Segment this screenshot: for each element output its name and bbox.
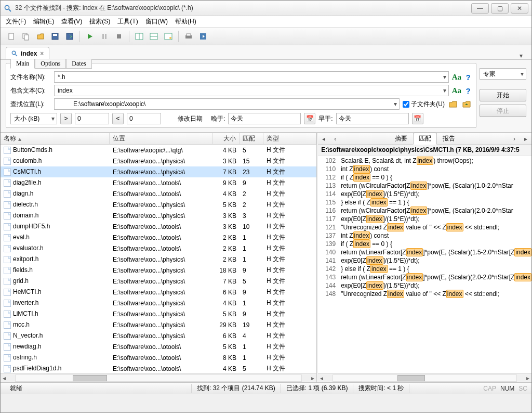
table-row[interactable]: dumpHDF5.hE:\software\xoo...\otools\3 KB…	[1, 221, 316, 232]
help-icon-2[interactable]: ?	[464, 86, 472, 95]
menu-window[interactable]: 窗口(W)	[145, 17, 168, 26]
case-sensitive-icon[interactable]: Aa	[452, 73, 461, 82]
layout3-icon[interactable]	[162, 30, 175, 43]
table-row[interactable]: N_vector.hE:\software\xoo...\physics\6 K…	[1, 330, 316, 341]
table-row[interactable]: eval.hE:\software\xoo...\otools\2 KB1H 文…	[1, 232, 316, 243]
code-line[interactable]: 110int Zindex) const	[318, 165, 531, 173]
minimize-button[interactable]: —	[471, 3, 489, 14]
new-icon[interactable]	[5, 30, 18, 43]
size-min-input[interactable]	[75, 113, 109, 124]
code-line[interactable]: 140 return (wLinearFactor[Zindex]*pow(E,…	[318, 248, 531, 256]
table-row[interactable]: LiMCTI.hE:\software\xoo...\physics\5 KB9…	[1, 308, 316, 319]
size-unit-combo[interactable]: 大小 (kB)▾	[10, 113, 57, 124]
col-type[interactable]: 类型	[263, 133, 316, 144]
play-icon[interactable]	[83, 30, 97, 43]
code-line[interactable]: 148 "Unrecognized Zindex value of " << Z…	[318, 290, 531, 298]
col-size[interactable]: 大小	[212, 133, 240, 144]
menu-help[interactable]: 帮助(H)	[175, 17, 196, 26]
tab-dropdown-icon[interactable]: ▾	[516, 52, 526, 59]
code-line[interactable]: 121 "Unrecognized Zindex value of " << Z…	[318, 223, 531, 231]
code-line[interactable]: 142} else if ( Zindex == 1 ) {	[318, 265, 531, 273]
table-row[interactable]: diag2file.hE:\software\xoo...\otools\9 K…	[1, 177, 316, 188]
save-icon[interactable]	[48, 30, 62, 43]
date-after-input[interactable]	[228, 113, 301, 124]
case-sensitive-icon-2[interactable]: Aa	[452, 86, 461, 95]
table-row[interactable]: diagn.hE:\software\xoo...\otools\4 KB2H …	[1, 188, 316, 199]
subtab-dates[interactable]: Dates	[66, 59, 91, 69]
table-row[interactable]: psdFieldDiag1d.hE:\software\xoo...\otool…	[1, 363, 316, 373]
close-button[interactable]: ✕	[511, 3, 528, 14]
preview-hscroll[interactable]: ◂▸	[318, 373, 531, 382]
expert-combo[interactable]: 专家▾	[480, 68, 526, 80]
right-tab-summary[interactable]: 摘要	[389, 133, 413, 145]
code-line[interactable]: 116 return (wCircularFactor[Zindex]*pow(…	[318, 206, 531, 215]
table-row[interactable]: HeMCTI.hE:\software\xoo...\physics\6 KB9…	[1, 287, 316, 298]
start-button[interactable]: 开始	[480, 89, 526, 101]
nav-first-icon[interactable]: ◂	[318, 135, 329, 143]
table-row[interactable]: evaluator.hE:\software\xoo...\otools\2 K…	[1, 243, 316, 254]
browse-folder-up-icon[interactable]	[461, 99, 472, 109]
calendar-icon[interactable]: 📅	[304, 113, 315, 124]
code-line[interactable]: 102Scalar& E, Scalar& dt, int Zindex) th…	[318, 157, 531, 165]
table-row[interactable]: exitport.hE:\software\xoo...\physics\2 K…	[1, 254, 316, 265]
code-line[interactable]: 139if ( Zindex == 0 ) {	[318, 240, 531, 248]
export-icon[interactable]	[63, 30, 76, 43]
table-row[interactable]: coulomb.hE:\software\xoo...\physics\3 KB…	[1, 156, 316, 166]
table-row[interactable]: inverter.hE:\software\xoo...\physics\4 K…	[1, 298, 316, 308]
table-row[interactable]: domain.hE:\software\xoo...\physics\3 KB3…	[1, 210, 316, 221]
menu-search[interactable]: 搜索(S)	[89, 17, 110, 26]
size-max-input[interactable]	[127, 113, 161, 124]
search-tab[interactable]: index ×	[6, 47, 49, 59]
right-tab-report[interactable]: 报告	[437, 133, 461, 145]
nav-prev-icon[interactable]: ‹	[329, 135, 341, 143]
right-tab-matches[interactable]: 匹配	[413, 133, 437, 145]
table-row[interactable]: ButtonCmds.hE:\software\xoopic\...\qtg\4…	[1, 145, 316, 156]
browse-folder-icon[interactable]	[448, 99, 458, 109]
calendar-icon-2[interactable]: 📅	[412, 113, 423, 124]
menu-tools[interactable]: 工具(T)	[117, 17, 138, 26]
size-greater-button[interactable]: >	[60, 113, 72, 124]
pause-icon[interactable]	[98, 30, 111, 43]
code-line[interactable]: 117 exp(E0[Zindex]/(1.5*E))*dt);	[318, 215, 531, 223]
preview-code[interactable]: 102Scalar& E, Scalar& dt, int Zindex) th…	[318, 156, 531, 373]
stop-button[interactable]: 停止	[480, 105, 526, 117]
filename-input[interactable]: *.h▾	[54, 71, 449, 83]
tab-close-icon[interactable]: ×	[40, 50, 44, 57]
col-name[interactable]: 名称 ▴	[1, 133, 110, 144]
size-less-button[interactable]: <	[112, 113, 124, 124]
nav-last-icon[interactable]: ▸	[520, 135, 531, 143]
containing-input[interactable]: index▾	[54, 85, 449, 96]
code-line[interactable]: 141 exp(E0[Zindex]/(1.5*E))*dt);	[318, 256, 531, 265]
menu-edit[interactable]: 编辑(E)	[33, 17, 54, 26]
nav-next-icon[interactable]: ›	[509, 135, 520, 143]
code-line[interactable]: 143 return (wLinearFactor[Zindex]*pow(E,…	[318, 273, 531, 281]
date-before-input[interactable]	[336, 113, 409, 124]
code-line[interactable]: 113 return (wCircularFactor[Zindex]*pow(…	[318, 182, 531, 190]
table-row[interactable]: grid.hE:\software\xoo...\physics\7 KB5H …	[1, 276, 316, 287]
layout2-icon[interactable]	[147, 30, 161, 43]
table-row[interactable]: CsMCTI.hE:\software\xoo...\physics\7 KB2…	[1, 166, 316, 177]
results-list[interactable]: ButtonCmds.hE:\software\xoopic\...\qtg\4…	[1, 145, 316, 373]
subtab-main[interactable]: Main	[10, 59, 35, 69]
results-hscroll[interactable]: ◂▸	[1, 373, 316, 382]
subfolder-checkbox[interactable]: 子文件夹(U)	[403, 100, 445, 109]
subtab-options[interactable]: Options	[35, 59, 66, 69]
layout1-icon[interactable]	[132, 30, 146, 43]
code-line[interactable]: 115} else if ( Zindex == 1 ) {	[318, 198, 531, 206]
table-row[interactable]: ostring.hE:\software\xoo...\otools\8 KB1…	[1, 352, 316, 363]
table-row[interactable]: dielectr.hE:\software\xoo...\physics\5 K…	[1, 199, 316, 210]
menu-view[interactable]: 查看(V)	[61, 17, 82, 26]
maximize-button[interactable]: ▢	[491, 3, 509, 14]
stop-icon[interactable]	[112, 30, 126, 43]
col-location[interactable]: 位置	[110, 133, 212, 144]
code-line[interactable]: 114 exp(E0[Zindex]/(1.5*E))*dt);	[318, 190, 531, 198]
print-icon[interactable]	[182, 30, 195, 43]
lookin-input[interactable]: E:\software\xoopic\xoopic\▾	[54, 98, 400, 110]
code-line[interactable]: 112if ( Zindex == 0 ) {	[318, 173, 531, 182]
col-matches[interactable]: 匹配	[240, 133, 263, 144]
open-icon[interactable]	[34, 30, 47, 43]
menu-file[interactable]: 文件(F)	[6, 17, 26, 26]
table-row[interactable]: fields.hE:\software\xoo...\physics\18 KB…	[1, 265, 316, 276]
help-icon[interactable]: ?	[464, 73, 472, 82]
table-row[interactable]: mcc.hE:\software\xoo...\physics\29 KB19H…	[1, 319, 316, 330]
